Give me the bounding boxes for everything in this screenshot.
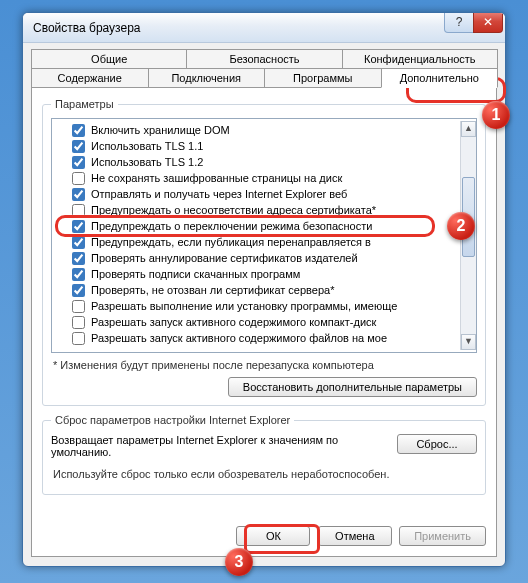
setting-row[interactable]: Проверять подписи скачанных программ bbox=[54, 266, 458, 282]
scroll-thumb[interactable] bbox=[462, 177, 475, 257]
tab-content[interactable]: Содержание bbox=[31, 68, 149, 88]
tab-programs[interactable]: Программы bbox=[264, 68, 382, 88]
scrollbar[interactable]: ▲ ▼ bbox=[460, 121, 476, 350]
reset-row: Возвращает параметры Internet Explorer к… bbox=[51, 434, 477, 458]
settings-items: Включить хранилище DOMИспользовать TLS 1… bbox=[52, 121, 460, 350]
setting-label: Разрешать запуск активного содержимого ф… bbox=[91, 332, 387, 344]
setting-checkbox[interactable] bbox=[72, 220, 85, 233]
setting-row[interactable]: Использовать TLS 1.1 bbox=[54, 138, 458, 154]
reset-button[interactable]: Сброс... bbox=[397, 434, 477, 454]
setting-checkbox[interactable] bbox=[72, 188, 85, 201]
setting-row[interactable]: Не сохранять зашифрованные страницы на д… bbox=[54, 170, 458, 186]
setting-row[interactable]: Разрешать запуск активного содержимого ф… bbox=[54, 330, 458, 346]
setting-row[interactable]: Предупреждать о переключении режима безо… bbox=[54, 218, 458, 234]
setting-checkbox[interactable] bbox=[72, 236, 85, 249]
setting-label: Отправлять и получать через Internet Exp… bbox=[91, 188, 347, 200]
setting-checkbox[interactable] bbox=[72, 172, 85, 185]
window-buttons: ? ✕ bbox=[445, 13, 503, 33]
setting-label: Не сохранять зашифрованные страницы на д… bbox=[91, 172, 342, 184]
setting-row[interactable]: Включить хранилище DOM bbox=[54, 122, 458, 138]
cancel-button[interactable]: Отмена bbox=[318, 526, 392, 546]
setting-row[interactable]: Проверять, не отозван ли сертификат серв… bbox=[54, 282, 458, 298]
dialog-buttons: ОК Отмена Применить bbox=[32, 526, 496, 546]
tab-security[interactable]: Безопасность bbox=[186, 49, 342, 69]
setting-label: Предупреждать о несоответствии адреса се… bbox=[91, 204, 376, 216]
setting-row[interactable]: Проверять аннулирование сертификатов изд… bbox=[54, 250, 458, 266]
setting-label: Предупреждать о переключении режима безо… bbox=[91, 220, 372, 232]
setting-checkbox[interactable] bbox=[72, 332, 85, 345]
setting-checkbox[interactable] bbox=[72, 204, 85, 217]
close-button[interactable]: ✕ bbox=[473, 13, 503, 33]
tabs-row-1: Общие Безопасность Конфиденциальность bbox=[31, 49, 497, 69]
setting-row[interactable]: Разрешать выполнение или установку прогр… bbox=[54, 298, 458, 314]
tab-body: Параметры Включить хранилище DOMИспользо… bbox=[31, 87, 497, 557]
setting-label: Проверять подписи скачанных программ bbox=[91, 268, 300, 280]
setting-label: Использовать TLS 1.2 bbox=[91, 156, 203, 168]
setting-row[interactable]: Предупреждать, если публикация перенапра… bbox=[54, 234, 458, 250]
tab-general[interactable]: Общие bbox=[31, 49, 187, 69]
parameters-legend: Параметры bbox=[51, 98, 118, 110]
setting-label: Проверять аннулирование сертификатов изд… bbox=[91, 252, 358, 264]
setting-label: Проверять, не отозван ли сертификат серв… bbox=[91, 284, 334, 296]
setting-checkbox[interactable] bbox=[72, 124, 85, 137]
titlebar[interactable]: Свойства браузера ? ✕ bbox=[23, 13, 505, 43]
restore-advanced-button[interactable]: Восстановить дополнительные параметры bbox=[228, 377, 477, 397]
tab-privacy[interactable]: Конфиденциальность bbox=[342, 49, 498, 69]
setting-label: Предупреждать, если публикация перенапра… bbox=[91, 236, 371, 248]
reset-note: Используйте сброс только если обозревате… bbox=[53, 468, 475, 480]
tab-advanced[interactable]: Дополнительно bbox=[381, 68, 499, 88]
setting-checkbox[interactable] bbox=[72, 300, 85, 313]
reset-legend: Сброс параметров настройки Internet Expl… bbox=[51, 414, 294, 426]
setting-checkbox[interactable] bbox=[72, 316, 85, 329]
restart-note: * Изменения будут применены после переза… bbox=[53, 359, 475, 371]
settings-listbox[interactable]: Включить хранилище DOMИспользовать TLS 1… bbox=[51, 118, 477, 353]
scroll-track[interactable] bbox=[461, 137, 476, 334]
setting-row[interactable]: Предупреждать о несоответствии адреса се… bbox=[54, 202, 458, 218]
ok-button[interactable]: ОК bbox=[236, 526, 310, 546]
scroll-up-button[interactable]: ▲ bbox=[461, 121, 476, 137]
tab-connections[interactable]: Подключения bbox=[148, 68, 266, 88]
scroll-down-button[interactable]: ▼ bbox=[461, 334, 476, 350]
setting-checkbox[interactable] bbox=[72, 268, 85, 281]
setting-label: Использовать TLS 1.1 bbox=[91, 140, 203, 152]
setting-checkbox[interactable] bbox=[72, 156, 85, 169]
setting-row[interactable]: Использовать TLS 1.2 bbox=[54, 154, 458, 170]
tabs-row-2: Содержание Подключения Программы Дополни… bbox=[31, 68, 497, 88]
setting-checkbox[interactable] bbox=[72, 252, 85, 265]
window-title: Свойства браузера bbox=[33, 21, 141, 35]
internet-options-window: Свойства браузера ? ✕ Общие Безопасность… bbox=[22, 12, 506, 567]
reset-group: Сброс параметров настройки Internet Expl… bbox=[42, 414, 486, 495]
help-button[interactable]: ? bbox=[444, 13, 474, 33]
tabs-area: Общие Безопасность Конфиденциальность Со… bbox=[23, 43, 505, 565]
setting-checkbox[interactable] bbox=[72, 140, 85, 153]
setting-row[interactable]: Отправлять и получать через Internet Exp… bbox=[54, 186, 458, 202]
parameters-group: Параметры Включить хранилище DOMИспользо… bbox=[42, 98, 486, 406]
setting-row[interactable]: Разрешать запуск активного содержимого к… bbox=[54, 314, 458, 330]
setting-checkbox[interactable] bbox=[72, 284, 85, 297]
setting-label: Разрешать запуск активного содержимого к… bbox=[91, 316, 376, 328]
setting-label: Разрешать выполнение или установку прогр… bbox=[91, 300, 397, 312]
restore-row: Восстановить дополнительные параметры bbox=[51, 377, 477, 397]
apply-button[interactable]: Применить bbox=[399, 526, 486, 546]
setting-label: Включить хранилище DOM bbox=[91, 124, 230, 136]
reset-text: Возвращает параметры Internet Explorer к… bbox=[51, 434, 385, 458]
